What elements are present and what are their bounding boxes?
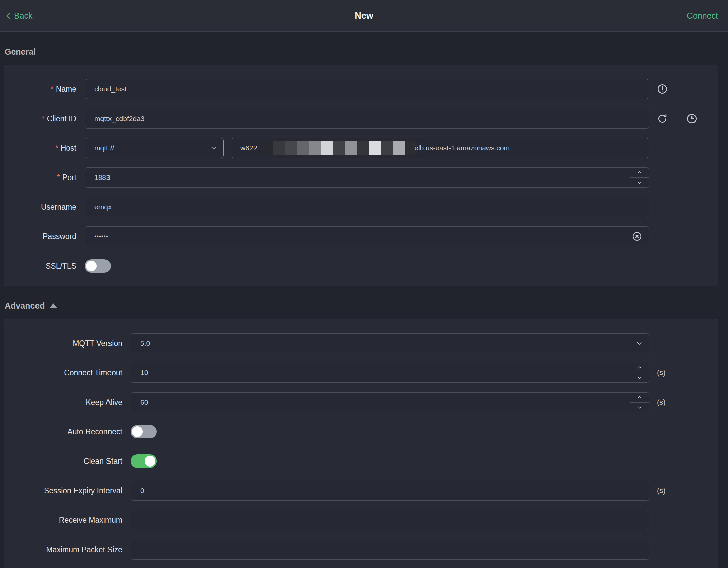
toggle-knob: [86, 261, 97, 271]
advanced-section-heading[interactable]: Advanced: [5, 301, 718, 311]
session-expiry-field-row: Session Expiry Interval (s): [4, 481, 718, 501]
client-id-input[interactable]: [85, 109, 649, 129]
required-marker: *: [57, 173, 60, 182]
clean-start-toggle[interactable]: [131, 454, 157, 468]
auto-reconnect-toggle[interactable]: [131, 425, 157, 438]
host-label: Host: [61, 144, 76, 152]
receive-maximum-input[interactable]: [131, 510, 649, 530]
name-input[interactable]: [85, 79, 649, 99]
advanced-panel: MQTT Version 5.0 Connect Timeout: [4, 319, 718, 568]
port-input[interactable]: [85, 167, 649, 188]
port-field-row: *Port: [4, 167, 718, 188]
general-panel: *Name *Client ID: [4, 65, 718, 286]
name-label: Name: [56, 85, 76, 93]
client-id-field-row: *Client ID: [4, 109, 718, 129]
mqtt-version-field-row: MQTT Version 5.0: [4, 333, 718, 353]
keep-alive-input[interactable]: [131, 392, 649, 412]
general-section-heading: General: [5, 47, 718, 57]
port-stepper: [630, 168, 649, 187]
collapse-arrow-icon: [49, 303, 57, 308]
clean-start-label: Clean Start: [84, 457, 122, 466]
chevron-left-icon: [5, 12, 13, 20]
stepper-up-icon[interactable]: [630, 393, 649, 403]
session-expiry-input[interactable]: [131, 481, 649, 501]
alert-circle-icon: [657, 84, 668, 94]
stepper-up-icon[interactable]: [630, 168, 649, 178]
required-marker: *: [55, 144, 58, 152]
password-field-row: Password: [4, 226, 718, 246]
mqtt-version-value: 5.0: [140, 339, 150, 347]
keep-alive-field-row: Keep Alive (s): [4, 392, 718, 412]
password-input[interactable]: [85, 226, 649, 246]
ssl-field-row: SSL/TLS: [4, 256, 718, 276]
page-title: New: [355, 11, 373, 21]
username-label: Username: [41, 203, 76, 211]
refresh-icon[interactable]: [657, 113, 668, 124]
receive-maximum-label: Receive Maximum: [59, 516, 122, 524]
auto-reconnect-label: Auto Reconnect: [67, 427, 122, 436]
host-redaction-mosaic: [261, 141, 417, 155]
general-heading-label: General: [5, 47, 36, 57]
chevron-down-icon: [210, 144, 217, 152]
port-label: Port: [62, 173, 76, 182]
chevron-down-icon: [636, 340, 643, 347]
required-marker: *: [51, 85, 54, 93]
toggle-knob: [132, 426, 143, 437]
stepper-down-icon[interactable]: [630, 403, 649, 412]
back-button[interactable]: Back: [5, 0, 33, 31]
advanced-heading-label: Advanced: [5, 301, 45, 311]
password-label: Password: [43, 232, 76, 241]
history-clock-icon[interactable]: [686, 113, 697, 124]
protocol-select[interactable]: mqtt://: [85, 138, 224, 158]
host-field-row: *Host mqtt:// w622 elb.us-east-1.amazona…: [4, 138, 718, 158]
ssl-toggle[interactable]: [85, 259, 111, 273]
maximum-packet-size-input[interactable]: [131, 540, 649, 560]
clean-start-field-row: Clean Start: [4, 451, 718, 471]
back-label: Back: [14, 11, 33, 21]
stepper-down-icon[interactable]: [630, 178, 649, 188]
connect-timeout-unit: (s): [657, 368, 666, 377]
auto-reconnect-field-row: Auto Reconnect: [4, 422, 718, 442]
required-marker: *: [42, 114, 45, 123]
stepper-down-icon[interactable]: [630, 373, 649, 383]
name-field-row: *Name: [4, 79, 718, 99]
host-value-suffix: elb.us-east-1.amazonaws.com: [414, 144, 510, 152]
ssl-label: SSL/TLS: [46, 262, 76, 270]
clear-input-icon[interactable]: [632, 231, 642, 241]
username-input[interactable]: [85, 197, 649, 217]
toggle-knob: [145, 456, 155, 467]
connect-timeout-input[interactable]: [131, 363, 649, 383]
receive-maximum-field-row: Receive Maximum: [4, 510, 718, 530]
mqtt-version-label: MQTT Version: [73, 339, 122, 348]
keep-alive-stepper: [630, 393, 649, 412]
stepper-up-icon[interactable]: [630, 363, 649, 373]
connect-timeout-stepper: [630, 363, 649, 382]
keep-alive-label: Keep Alive: [86, 398, 122, 407]
host-input[interactable]: w622 elb.us-east-1.amazonaws.com: [231, 138, 649, 158]
maximum-packet-size-label: Maximum Packet Size: [46, 545, 122, 554]
username-field-row: Username: [4, 197, 718, 217]
connect-timeout-label: Connect Timeout: [64, 368, 122, 377]
session-expiry-label: Session Expiry Interval: [44, 486, 122, 495]
maximum-packet-size-field-row: Maximum Packet Size: [4, 540, 718, 560]
mqtt-version-select[interactable]: 5.0: [131, 333, 649, 353]
connection-form: General *Name *Client ID: [0, 47, 728, 568]
connect-timeout-field-row: Connect Timeout (s): [4, 363, 718, 383]
connect-button[interactable]: Connect: [687, 0, 718, 31]
client-id-label: Client ID: [47, 114, 76, 123]
keep-alive-unit: (s): [657, 398, 666, 407]
host-value-prefix: w622: [240, 144, 257, 152]
session-expiry-unit: (s): [657, 486, 666, 495]
protocol-select-value: mqtt://: [94, 144, 114, 152]
top-bar: Back New Connect: [0, 0, 728, 32]
